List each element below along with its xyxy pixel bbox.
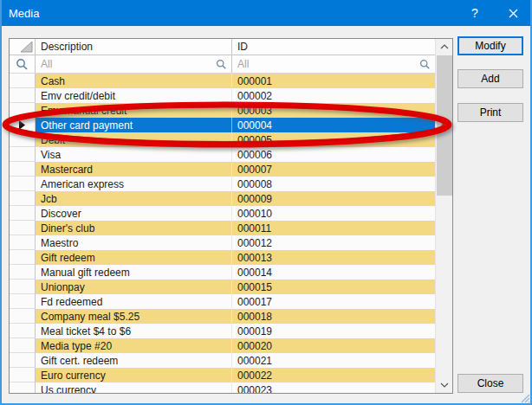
cell-description[interactable]: Debit	[36, 132, 232, 147]
row-header-cell[interactable]	[10, 191, 36, 206]
cell-description[interactable]: Euro currency	[36, 368, 232, 382]
table-row[interactable]: Fd redeemed000017	[10, 294, 435, 309]
cell-description[interactable]: Visa	[36, 147, 232, 162]
titlebar[interactable]: Media ?	[0, 0, 532, 26]
cell-description[interactable]: Media type #20	[36, 338, 232, 353]
cell-id[interactable]: 000012	[232, 235, 435, 250]
cell-description[interactable]: Emv credit/debit	[36, 88, 232, 103]
table-row[interactable]: Gift cert. redeem000021	[10, 353, 435, 368]
row-header-cell[interactable]	[10, 294, 36, 309]
cell-id[interactable]: 000023	[232, 382, 435, 394]
cell-description[interactable]: Gift cert. redeem	[36, 353, 232, 368]
cell-id[interactable]: 000007	[232, 162, 435, 177]
cell-description[interactable]: Other card payment	[36, 118, 232, 132]
table-row[interactable]: American express000008	[10, 177, 435, 191]
filter-id-input[interactable]: All	[237, 58, 419, 70]
column-header-id[interactable]: ID	[232, 39, 435, 55]
cell-id[interactable]: 000002	[232, 88, 435, 103]
cell-description[interactable]: Discover	[36, 206, 232, 221]
cell-id[interactable]: 000010	[232, 206, 435, 221]
help-button[interactable]: ?	[456, 0, 494, 26]
column-header-description[interactable]: Description	[36, 39, 232, 55]
cell-description[interactable]: Meal ticket $4 to $6	[36, 324, 232, 338]
table-row[interactable]: Emv manual credit000003	[10, 103, 435, 118]
cell-id[interactable]: 000013	[232, 250, 435, 265]
scrollbar-thumb[interactable]	[437, 55, 452, 196]
cell-id[interactable]: 000014	[232, 265, 435, 280]
row-header-cell[interactable]	[10, 132, 36, 147]
cell-id[interactable]: 000015	[232, 280, 435, 294]
resize-grip-icon[interactable]	[519, 392, 530, 403]
table-row[interactable]: Cash000001	[10, 74, 435, 88]
table-row[interactable]: Media type #20000020	[10, 338, 435, 353]
table-row[interactable]: Debit000005	[10, 132, 435, 147]
cell-description[interactable]: Diner's club	[36, 221, 232, 235]
cell-id[interactable]: 000011	[232, 221, 435, 235]
row-header-cell[interactable]	[10, 147, 36, 162]
table-row[interactable]: Euro currency000022	[10, 368, 435, 382]
filter-description-input[interactable]: All	[41, 58, 216, 70]
row-header-cell[interactable]	[10, 309, 36, 324]
cell-id[interactable]: 000020	[232, 338, 435, 353]
cell-description[interactable]: Maestro	[36, 235, 232, 250]
row-header-cell[interactable]	[10, 353, 36, 368]
table-row[interactable]: Gift redeem000013	[10, 250, 435, 265]
close-button[interactable]: Close	[457, 374, 523, 393]
cell-id[interactable]: 000022	[232, 368, 435, 382]
cell-id[interactable]: 000009	[232, 191, 435, 206]
add-button[interactable]: Add	[457, 69, 523, 88]
cell-description[interactable]: Gift redeem	[36, 250, 232, 265]
cell-description[interactable]: American express	[36, 177, 232, 191]
cell-description[interactable]: Manual gift redeem	[36, 265, 232, 280]
table-row[interactable]: Discover000010	[10, 206, 435, 221]
row-header-cell[interactable]	[10, 206, 36, 221]
table-row[interactable]: Company meal $5.25000018	[10, 309, 435, 324]
table-row[interactable]: Emv credit/debit000002	[10, 88, 435, 103]
cell-id[interactable]: 000008	[232, 177, 435, 191]
vertical-scrollbar[interactable]	[435, 39, 452, 393]
row-header-cell[interactable]	[10, 265, 36, 280]
cell-id[interactable]: 000003	[232, 103, 435, 118]
select-all-corner[interactable]	[10, 39, 36, 55]
cell-description[interactable]: Jcb	[36, 191, 232, 206]
row-header-cell[interactable]	[10, 162, 36, 177]
cell-id[interactable]: 000021	[232, 353, 435, 368]
cell-description[interactable]: Fd redeemed	[36, 294, 232, 309]
table-row[interactable]: Us currency000023	[10, 382, 435, 394]
search-icon[interactable]	[419, 59, 431, 70]
close-window-button[interactable]	[494, 0, 532, 26]
row-header-cell[interactable]	[10, 74, 36, 88]
search-icon[interactable]	[216, 59, 227, 70]
row-header-cell[interactable]	[10, 118, 36, 132]
cell-id[interactable]: 000019	[232, 324, 435, 338]
cell-id[interactable]: 000018	[232, 309, 435, 324]
row-header-cell[interactable]	[10, 177, 36, 191]
row-header-cell[interactable]	[10, 250, 36, 265]
cell-description[interactable]: Us currency	[36, 382, 232, 394]
cell-description[interactable]: Emv manual credit	[36, 103, 232, 118]
row-header-cell[interactable]	[10, 338, 36, 353]
cell-id[interactable]: 000001	[232, 74, 435, 88]
cell-id[interactable]: 000006	[232, 147, 435, 162]
row-header-cell[interactable]	[10, 280, 36, 294]
table-row[interactable]: Visa000006	[10, 147, 435, 162]
cell-description[interactable]: Mastercard	[36, 162, 232, 177]
table-row[interactable]: Diner's club000011	[10, 221, 435, 235]
row-header-cell[interactable]	[10, 324, 36, 338]
table-row[interactable]: Other card payment000004	[10, 118, 435, 132]
row-header-cell[interactable]	[10, 88, 36, 103]
scroll-down-button[interactable]	[436, 377, 453, 393]
table-row[interactable]: Maestro000012	[10, 235, 435, 250]
scroll-up-button[interactable]	[436, 39, 453, 55]
table-row[interactable]: Mastercard000007	[10, 162, 435, 177]
row-header-cell[interactable]	[10, 382, 36, 394]
cell-id[interactable]: 000017	[232, 294, 435, 309]
table-row[interactable]: Unionpay000015	[10, 280, 435, 294]
table-row[interactable]: Meal ticket $4 to $6000019	[10, 324, 435, 338]
cell-description[interactable]: Company meal $5.25	[36, 309, 232, 324]
row-header-cell[interactable]	[10, 368, 36, 382]
cell-description[interactable]: Unionpay	[36, 280, 232, 294]
cell-id[interactable]: 000004	[232, 118, 435, 132]
row-header-cell[interactable]	[10, 221, 36, 235]
row-header-cell[interactable]	[10, 103, 36, 118]
